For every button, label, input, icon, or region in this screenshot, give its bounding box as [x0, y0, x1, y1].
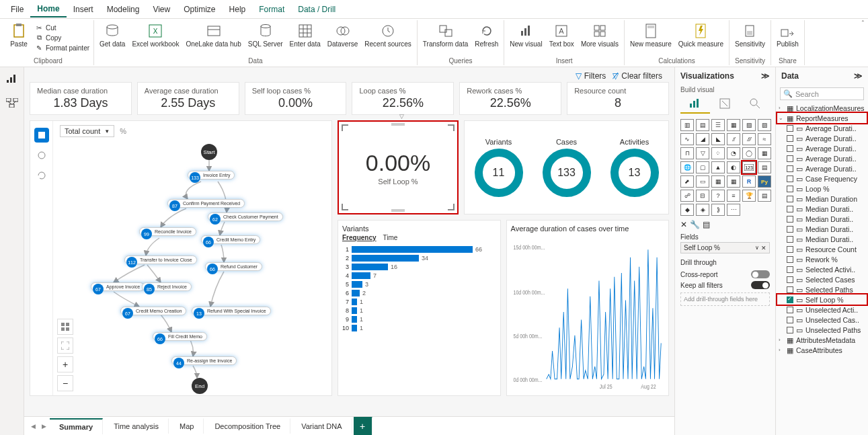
filters-button[interactable]: ▽Filters: [576, 71, 606, 81]
field-item[interactable]: ▭Average Durati..: [777, 153, 867, 163]
refresh-button[interactable]: Refresh: [472, 22, 501, 56]
menu-insert[interactable]: Insert: [67, 2, 100, 17]
field-item[interactable]: ▭Median Durati..: [777, 224, 867, 234]
variant-bar-row[interactable]: 91: [342, 316, 496, 323]
vis-decomp-tree[interactable]: ⊟: [696, 190, 709, 202]
activity-node[interactable]: 112Transfer to Invoice Close: [124, 255, 197, 264]
dropdown-icon[interactable]: ▽: [399, 113, 404, 120]
field-item[interactable]: ▭Selected Activi..: [777, 264, 867, 274]
enter-data-button[interactable]: Enter data: [287, 22, 323, 56]
cut-button[interactable]: ✂Cut: [34, 23, 91, 32]
map-mode-performance[interactable]: [34, 148, 49, 163]
transform-data-button[interactable]: Transform data: [420, 22, 471, 56]
map-mode-rework[interactable]: [34, 168, 49, 183]
resize-handle[interactable]: [342, 204, 348, 210]
vis-clustered-col[interactable]: ▦: [727, 119, 740, 131]
field-item[interactable]: ▭Unselected Paths: [777, 325, 867, 335]
text-box-button[interactable]: AText box: [547, 22, 577, 56]
field-item[interactable]: ▭Selected Paths: [777, 284, 867, 294]
variant-bar-row[interactable]: 53: [342, 281, 496, 288]
activity-node[interactable]: 44Re-assign the Invoice: [171, 356, 237, 365]
variant-bar-row[interactable]: 47: [342, 272, 496, 279]
publish-button[interactable]: Publish: [774, 22, 801, 56]
field-item[interactable]: ▭Self Loop %: [777, 294, 867, 305]
menu-datadrill[interactable]: Data / Drill: [291, 2, 342, 17]
format-painter-button[interactable]: ✎Format painter: [34, 43, 91, 52]
resize-handle[interactable]: [391, 209, 405, 212]
vis-clustered-bar[interactable]: ☰: [711, 119, 725, 131]
card-resource-count[interactable]: Resource count8: [567, 82, 669, 115]
tab-next[interactable]: ▶: [39, 423, 48, 430]
field-item[interactable]: ▭Rework %: [777, 254, 867, 264]
vis-custom[interactable]: ⋯: [727, 204, 740, 216]
vis-card[interactable]: 123: [742, 161, 756, 173]
paste-button[interactable]: Paste: [5, 22, 32, 56]
vis-py[interactable]: Py: [758, 175, 771, 188]
field-checkbox[interactable]: [787, 327, 793, 333]
vis-ribbon[interactable]: ≈: [758, 133, 771, 145]
new-visual-button[interactable]: New visual: [507, 22, 545, 56]
vis-kpi[interactable]: ⬈: [680, 175, 694, 188]
field-checkbox[interactable]: [787, 145, 793, 152]
field-checkbox[interactable]: [787, 165, 793, 172]
build-visual-tab[interactable]: [680, 95, 710, 114]
menu-optimize[interactable]: Optimize: [177, 2, 222, 17]
table-reportmeasures[interactable]: ⌄▦ReportMeasures: [777, 113, 867, 123]
field-checkbox[interactable]: [787, 196, 793, 202]
dataverse-button[interactable]: Dataverse: [325, 22, 361, 56]
vis-multi-card[interactable]: ▤: [758, 161, 771, 173]
field-checkbox[interactable]: [787, 206, 793, 212]
card-average-duration[interactable]: Average case duration2.55 Days: [137, 82, 239, 115]
fields-well[interactable]: Self Loop %∨✕: [680, 242, 770, 253]
activity-node[interactable]: 66Fill Credit Memo: [153, 332, 207, 341]
variant-bar-row[interactable]: 71: [342, 299, 496, 305]
keep-filters-toggle[interactable]: [751, 281, 770, 289]
vis-100col[interactable]: ▨: [758, 119, 771, 131]
tab-prev[interactable]: ◀: [28, 423, 38, 430]
vis-stacked-bar[interactable]: ▥: [680, 119, 694, 131]
field-checkbox[interactable]: [787, 175, 793, 182]
clear-filters-button[interactable]: ▽̸Clear filters: [613, 71, 662, 81]
menu-format[interactable]: Format: [252, 2, 291, 17]
vis-funnel[interactable]: ▽: [696, 147, 709, 159]
variant-bar-row[interactable]: 101: [342, 325, 496, 331]
map-metric-dropdown[interactable]: Total count▼: [60, 125, 114, 137]
add-drill-area[interactable]: Add drill-through fields here: [680, 292, 770, 306]
vis-gauge[interactable]: ◐: [727, 161, 740, 173]
resize-handle[interactable]: [448, 204, 455, 210]
field-item[interactable]: ▭Median Duration: [777, 194, 867, 204]
tool-wrench[interactable]: 🔧: [690, 220, 700, 229]
vis-treemap[interactable]: ▦: [758, 147, 771, 159]
vis-slicer[interactable]: ▭: [696, 175, 709, 188]
tab-time-analysis[interactable]: Time analysis: [104, 418, 169, 434]
vis-line-col2[interactable]: ⫻: [742, 133, 756, 145]
field-checkbox[interactable]: [787, 186, 793, 192]
field-checkbox[interactable]: [787, 216, 793, 223]
field-item[interactable]: ▭Median Durati..: [777, 234, 867, 244]
vis-r[interactable]: R: [742, 175, 756, 188]
avg-duration-chart[interactable]: Average duration of cases over time 15d …: [506, 220, 670, 396]
ribbon-collapse-icon[interactable]: ˆ: [862, 20, 864, 28]
activity-node[interactable]: 13Refund With Special Invoice: [192, 307, 271, 315]
activity-node[interactable]: 66Refund Customer: [205, 262, 262, 271]
field-item[interactable]: ▭Loop %: [777, 184, 867, 194]
vis-stacked-area[interactable]: ◣: [711, 133, 725, 145]
field-checkbox[interactable]: [787, 155, 793, 162]
format-visual-tab[interactable]: [710, 95, 740, 114]
field-item[interactable]: ▭Average Durati..: [777, 123, 867, 133]
field-checkbox[interactable]: [787, 276, 793, 283]
variant-bar-row[interactable]: 166: [342, 246, 496, 253]
resize-handle[interactable]: [342, 124, 348, 131]
vis-goals[interactable]: 🏆: [742, 190, 756, 202]
vis-scatter[interactable]: ⁘: [711, 147, 725, 159]
tab-decomposition[interactable]: Decomposition Tree: [205, 418, 290, 434]
remove-field-icon[interactable]: ✕: [761, 245, 766, 251]
vis-line-col[interactable]: ⫽: [727, 133, 740, 145]
resize-handle[interactable]: [391, 123, 405, 126]
tab-summary[interactable]: Summary: [50, 418, 103, 434]
copy-button[interactable]: ⧉Copy: [34, 33, 91, 42]
variants-visual[interactable]: Variants Frequency Time 1662343164753627…: [338, 220, 501, 396]
vis-pie[interactable]: ◔: [727, 147, 740, 159]
vis-stacked-col[interactable]: ▤: [696, 119, 709, 131]
vis-qa[interactable]: ?: [711, 190, 725, 202]
